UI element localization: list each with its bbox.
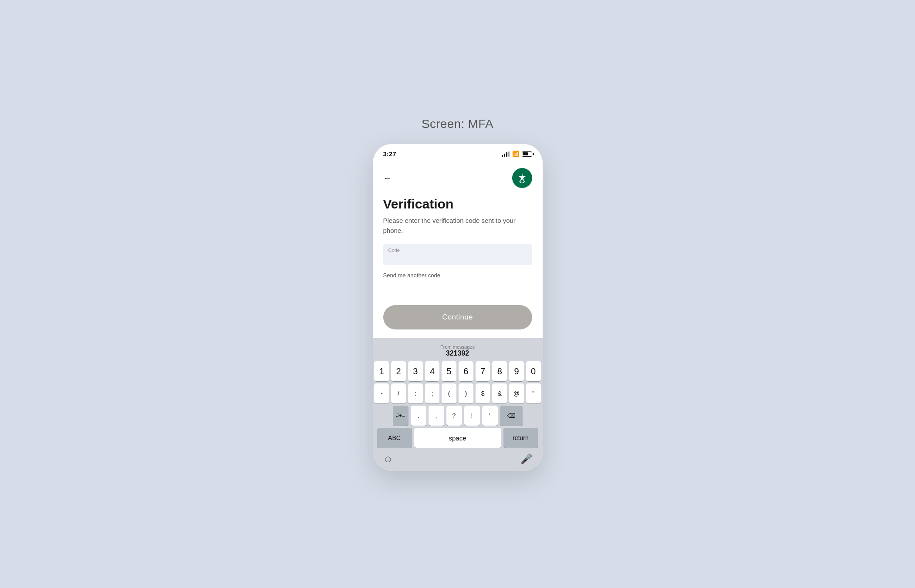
status-bar: 3:27 📶 [373, 144, 543, 161]
nav-row: ← [383, 168, 532, 188]
key-dash[interactable]: - [374, 383, 389, 403]
key-1[interactable]: 1 [374, 361, 389, 381]
wifi-icon: 📶 [512, 151, 519, 157]
starbucks-logo [512, 168, 532, 188]
key-8[interactable]: 8 [492, 361, 507, 381]
status-time: 3:27 [383, 150, 396, 158]
keyboard-special-row: #+= . , ? ! ' ⌫ [375, 406, 541, 426]
status-icons: 📶 [502, 151, 532, 157]
key-ampersand[interactable]: & [492, 383, 507, 403]
continue-button[interactable]: Continue [383, 305, 532, 329]
key-7[interactable]: 7 [476, 361, 490, 381]
keyboard-number-row: 1 2 3 4 5 6 7 8 9 0 [375, 361, 541, 381]
key-4[interactable]: 4 [425, 361, 440, 381]
screen-label: Screen: MFA [422, 117, 493, 131]
key-2[interactable]: 2 [391, 361, 406, 381]
code-input-wrapper: Code [383, 244, 532, 265]
page-description: Please enter the verification code sent … [383, 216, 532, 235]
key-space[interactable]: space [414, 428, 501, 448]
keyboard-suggestion-bar[interactable]: From messages 321392 [375, 342, 541, 361]
key-slash[interactable]: / [391, 383, 406, 403]
key-exclamation[interactable]: ! [464, 406, 480, 426]
app-content: ← Verification Please enter the verifica… [373, 161, 543, 338]
key-backspace[interactable]: ⌫ [500, 406, 523, 426]
key-apostrophe[interactable]: ' [482, 406, 498, 426]
key-period[interactable]: . [411, 406, 426, 426]
svg-marker-0 [518, 173, 526, 181]
battery-icon [522, 151, 532, 157]
page-title: Verification [383, 197, 532, 212]
mic-icon[interactable]: 🎤 [520, 454, 532, 465]
suggestion-from-label: From messages [380, 344, 536, 349]
keyboard-bottom-row: ABC space return [375, 428, 541, 448]
key-quote[interactable]: " [526, 383, 541, 403]
back-button[interactable]: ← [383, 173, 392, 183]
key-abc[interactable]: ABC [377, 428, 412, 448]
key-dollar[interactable]: $ [476, 383, 490, 403]
key-close-paren[interactable]: ) [459, 383, 473, 403]
key-9[interactable]: 9 [509, 361, 524, 381]
key-0[interactable]: 0 [526, 361, 541, 381]
key-6[interactable]: 6 [459, 361, 473, 381]
code-input-label: Code [388, 248, 400, 253]
keyboard: From messages 321392 1 2 3 4 5 6 7 8 9 0… [373, 338, 543, 471]
key-semicolon[interactable]: ; [425, 383, 440, 403]
key-question[interactable]: ? [446, 406, 462, 426]
signal-icon [502, 151, 510, 157]
key-return[interactable]: return [503, 428, 538, 448]
suggestion-code-value[interactable]: 321392 [380, 349, 536, 357]
key-at[interactable]: @ [509, 383, 524, 403]
phone-frame: 3:27 📶 ← [373, 144, 543, 471]
keyboard-bottom-bar: ☺ 🎤 [375, 450, 541, 469]
key-3[interactable]: 3 [408, 361, 423, 381]
resend-link[interactable]: Send me another code [383, 272, 441, 279]
code-input[interactable] [383, 244, 532, 265]
key-open-paren[interactable]: ( [442, 383, 456, 403]
key-5[interactable]: 5 [442, 361, 456, 381]
key-hashtag[interactable]: #+= [393, 406, 409, 426]
keyboard-symbol-row: - / : ; ( ) $ & @ " [375, 383, 541, 403]
key-colon[interactable]: : [408, 383, 423, 403]
emoji-icon[interactable]: ☺ [383, 454, 393, 465]
key-comma[interactable]: , [429, 406, 444, 426]
